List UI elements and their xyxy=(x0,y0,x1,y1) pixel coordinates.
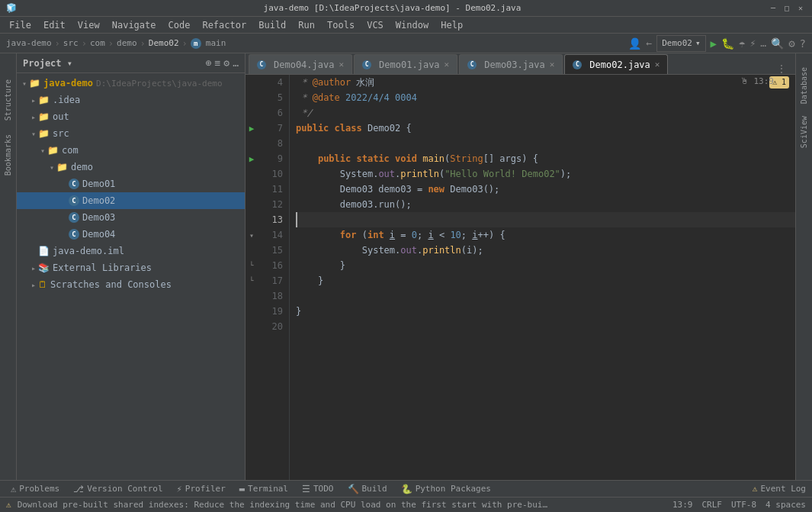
version-control-tab[interactable]: ⎇ Version Control xyxy=(69,481,167,498)
maximize-button[interactable]: □ xyxy=(782,3,792,14)
tree-scratches[interactable]: ▸ 🗒 Scratches and Consoles xyxy=(17,276,245,293)
locate-icon[interactable]: ⊕ xyxy=(206,57,212,69)
structure-tab[interactable]: Structure xyxy=(2,76,14,124)
tab-demo01[interactable]: C Demo01.java ✕ xyxy=(354,54,457,74)
menu-code[interactable]: Code xyxy=(162,17,197,34)
nav-com[interactable]: com xyxy=(90,38,105,48)
status-crlf[interactable]: CRLF xyxy=(701,500,722,510)
bookmarks-tab[interactable]: Bookmarks xyxy=(2,131,14,179)
linenum-15: 15 xyxy=(258,243,283,258)
collapse-icon[interactable]: ≡ xyxy=(215,57,221,69)
tree-com[interactable]: ▾ 📁 com xyxy=(17,142,245,159)
nav-method[interactable]: main xyxy=(206,38,226,48)
tab-demo03[interactable]: C Demo03.java ✕ xyxy=(459,54,563,74)
menu-run[interactable]: Run xyxy=(292,17,321,34)
menu-file[interactable]: File xyxy=(3,17,37,34)
tab-more-button[interactable]: ⋮ xyxy=(771,63,792,74)
menu-help[interactable]: Help xyxy=(435,17,469,34)
tree-demo[interactable]: ▾ 📁 demo xyxy=(17,159,245,175)
tree-label-iml: java-demo.iml xyxy=(53,246,124,256)
gutter-8 xyxy=(246,136,258,151)
tab-close-demo04[interactable]: ✕ xyxy=(339,60,344,69)
build-tab[interactable]: 🔨 Build xyxy=(343,481,392,498)
file-icon-demo01: C xyxy=(69,179,79,189)
settings-icon[interactable]: ⚙ xyxy=(223,57,229,69)
run-config-dropdown[interactable]: Demo02 ▾ xyxy=(656,35,705,52)
tree-demo01[interactable]: ▸ C Demo01 xyxy=(17,175,245,192)
status-warning-icon: ⚠ xyxy=(6,500,11,510)
coverage-button[interactable]: ☂ xyxy=(739,37,745,50)
tree-ext-libs[interactable]: ▸ 📚 External Libraries xyxy=(17,259,245,276)
ext-lib-icon: 📚 xyxy=(38,262,50,273)
profile-button[interactable]: ⚡ xyxy=(749,37,756,49)
nav-back-icon[interactable]: ← xyxy=(646,37,652,49)
tree-demo02[interactable]: ▸ C Demo02 xyxy=(17,192,245,209)
status-encoding[interactable]: UTF-8 xyxy=(731,500,756,510)
run-arrow-7[interactable]: ▶ xyxy=(249,124,255,134)
problems-tab[interactable]: ⚠ Problems xyxy=(6,481,64,498)
menu-vcs[interactable]: VCS xyxy=(361,17,390,34)
menu-view[interactable]: View xyxy=(72,17,106,34)
more-run-button[interactable]: … xyxy=(760,37,766,49)
todo-icon: ☰ xyxy=(302,484,310,494)
gutter-17: └ xyxy=(246,273,258,288)
tab-close-demo02[interactable]: ✕ xyxy=(655,60,660,69)
minimize-button[interactable]: ─ xyxy=(768,3,778,14)
debug-button[interactable]: 🐛 xyxy=(721,37,734,50)
python-packages-tab[interactable]: 🐍 Python Packages xyxy=(396,481,496,498)
todo-tab[interactable]: ☰ TODO xyxy=(297,481,339,498)
database-tab[interactable]: Database xyxy=(798,61,810,110)
profiler-label: Profiler xyxy=(185,484,226,494)
nav-demo[interactable]: demo xyxy=(117,38,137,48)
sidebar-more-icon[interactable]: … xyxy=(233,57,239,69)
tab-close-demo01[interactable]: ✕ xyxy=(445,60,450,69)
menu-window[interactable]: Window xyxy=(390,17,435,34)
code-content[interactable]: * @author 水润 ⚠ 1 * @date 2022/4/4 0004 *… xyxy=(290,75,795,480)
fold-icon-17[interactable]: └ xyxy=(249,277,253,285)
tree-root[interactable]: ▾ 📁 java-demo D:\IdeaProjects\java-demo xyxy=(17,75,245,92)
sciview-tab[interactable]: SciView xyxy=(798,110,810,154)
fold-icon-16[interactable]: └ xyxy=(249,262,253,269)
nav-class[interactable]: Demo02 xyxy=(149,38,179,48)
nav-src[interactable]: src xyxy=(63,38,79,48)
gutter-4 xyxy=(246,75,258,90)
tree-demo03[interactable]: ▸ C Demo03 xyxy=(17,209,245,226)
code-editor[interactable]: ▶ ▶ ▾ └ └ 4 5 6 7 8 xyxy=(246,75,795,480)
status-indent[interactable]: 4 spaces xyxy=(765,500,806,510)
gutter-19 xyxy=(246,304,258,319)
file-icon-demo02: C xyxy=(69,195,79,206)
linenum-19: 19 xyxy=(258,304,283,319)
tab-icon-demo02: C xyxy=(573,60,582,69)
event-log-label[interactable]: Event Log xyxy=(760,484,806,494)
version-control-label: Version Control xyxy=(87,484,162,494)
terminal-tab[interactable]: ▬ Terminal xyxy=(235,481,293,498)
tree-iml[interactable]: ▸ 📄 java-demo.iml xyxy=(17,243,245,259)
tree-idea[interactable]: ▸ 📁 .idea xyxy=(17,92,245,108)
tree-arrow-root: ▾ xyxy=(20,79,29,88)
menu-build[interactable]: Build xyxy=(252,17,292,34)
tree-out[interactable]: ▸ 📁 out xyxy=(17,108,245,125)
menu-tools[interactable]: Tools xyxy=(321,17,361,34)
menu-edit[interactable]: Edit xyxy=(37,17,72,34)
gutter-11 xyxy=(246,182,258,197)
linenum-6: 6 xyxy=(258,105,283,121)
run-arrow-9[interactable]: ▶ xyxy=(249,154,255,164)
menu-refactor[interactable]: Refactor xyxy=(196,17,252,34)
status-position[interactable]: 13:9 xyxy=(672,500,693,510)
tab-demo02[interactable]: C Demo02.java ✕ xyxy=(564,54,668,74)
close-button[interactable]: ✕ xyxy=(795,3,806,14)
menu-navigate[interactable]: Navigate xyxy=(106,17,162,34)
title-bar-controls[interactable]: ─ □ ✕ xyxy=(768,3,806,14)
fold-arrow-14[interactable]: ▾ xyxy=(249,231,254,240)
tab-demo04[interactable]: C Demo04.java ✕ xyxy=(249,54,352,74)
profiler-tab[interactable]: ⚡ Profiler xyxy=(172,481,230,498)
search-button[interactable]: 🔍 xyxy=(771,37,784,50)
run-button[interactable]: ▶ xyxy=(711,37,717,50)
settings-button[interactable]: ⚙ xyxy=(788,37,794,50)
help-button[interactable]: ? xyxy=(800,37,806,50)
nav-sep-2: › xyxy=(82,38,87,49)
tab-close-demo03[interactable]: ✕ xyxy=(550,60,555,69)
tree-demo04[interactable]: ▸ C Demo04 xyxy=(17,226,245,243)
tree-src[interactable]: ▾ 📁 src xyxy=(17,125,245,142)
nav-project[interactable]: java-demo xyxy=(6,38,52,48)
